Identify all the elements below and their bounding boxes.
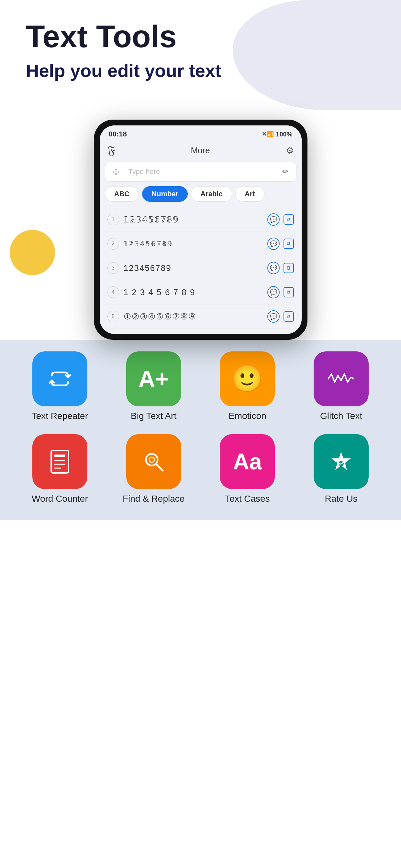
find-replace-icon	[126, 434, 181, 489]
rate-us-label: Rate Us	[325, 494, 357, 504]
copy-btn-4[interactable]: ⧉	[284, 287, 294, 298]
tab-arabic[interactable]: Arabic	[191, 186, 232, 202]
rate-us-icon	[314, 434, 369, 489]
font-item-1: 1 𝟙𝟚𝟛𝟜𝟝𝟞𝟟𝟠𝟡 💬 ⧉	[105, 208, 296, 232]
tools-section: Text Repeater A+ Big Text Art 🙂 Emoticon…	[0, 340, 401, 520]
hero-title: Text Tools	[26, 20, 375, 54]
font-item-5: 5 ①②③④⑤⑥⑦⑧⑨ 💬 ⧉	[105, 305, 296, 329]
tool-emoticon[interactable]: 🙂 Emoticon	[207, 351, 288, 421]
app-title: More	[191, 146, 210, 155]
font-actions-2: 💬 ⧉	[267, 238, 294, 250]
font-actions-1: 💬 ⧉	[267, 213, 294, 226]
tool-word-counter[interactable]: Word Counter	[20, 434, 100, 504]
item-number-1: 1	[108, 214, 119, 225]
hero-subtitle: Help you edit your text	[26, 60, 375, 81]
tool-big-text-art[interactable]: A+ Big Text Art	[113, 351, 194, 421]
whatsapp-share-4[interactable]: 💬	[267, 286, 280, 299]
text-input[interactable]: Type here	[126, 165, 275, 178]
tab-art[interactable]: Art	[235, 186, 264, 202]
signal-icon: ✕📶	[262, 131, 274, 138]
phone-screen: 00:18 ✕📶 100% 𝔉 More ⚙ ☺ Type here ✏ A	[100, 125, 302, 334]
input-area: ☺ Type here ✏	[105, 162, 296, 182]
item-number-5: 5	[108, 311, 119, 322]
phone-wrapper: 00:18 ✕📶 100% 𝔉 More ⚙ ☺ Type here ✏ A	[0, 110, 401, 340]
copy-btn-5[interactable]: ⧉	[284, 311, 294, 322]
tool-find-replace[interactable]: Find & Replace	[113, 434, 194, 504]
find-replace-label: Find & Replace	[123, 494, 184, 504]
hero-section: Text Tools Help you edit your text	[0, 0, 401, 110]
status-time: 00:18	[109, 130, 127, 138]
item-number-4: 4	[108, 286, 119, 298]
glitch-text-label: Glitch Text	[320, 411, 362, 421]
font-text-5: ①②③④⑤⑥⑦⑧⑨	[124, 312, 263, 322]
item-number-3: 3	[108, 262, 119, 274]
svg-point-7	[149, 457, 154, 462]
status-right: ✕📶 100%	[262, 131, 292, 138]
emoji-button[interactable]: ☺	[108, 164, 124, 179]
font-item-3: 3 123456789 💬 ⧉	[105, 256, 296, 280]
copy-btn-3[interactable]: ⧉	[284, 263, 294, 273]
svg-rect-1	[54, 455, 65, 457]
phone-device: 00:18 ✕📶 100% 𝔉 More ⚙ ☺ Type here ✏ A	[94, 120, 308, 340]
copy-btn-2[interactable]: ⧉	[284, 239, 294, 249]
font-item-2: 2 𝟙𝟚𝟛𝟜𝟝𝟞𝟟𝟠𝟡 💬 ⧉	[105, 232, 296, 256]
text-repeater-icon	[32, 351, 87, 406]
font-text-3: 123456789	[124, 263, 263, 273]
copy-btn-1[interactable]: ⧉	[284, 214, 294, 225]
tab-bar: ABC Number Arabic Art	[100, 182, 302, 205]
text-repeater-label: Text Repeater	[32, 411, 88, 421]
whatsapp-share-3[interactable]: 💬	[267, 262, 280, 274]
app-logo-icon: 𝔉	[108, 144, 115, 157]
word-counter-label: Word Counter	[32, 494, 88, 504]
svg-rect-0	[51, 450, 68, 473]
tool-glitch-text[interactable]: Glitch Text	[301, 351, 381, 421]
edit-button[interactable]: ✏	[277, 164, 293, 179]
whatsapp-share-2[interactable]: 💬	[267, 238, 280, 250]
battery-level: 100%	[276, 131, 292, 138]
tab-number[interactable]: Number	[142, 186, 188, 202]
text-cases-icon: Aa	[220, 434, 275, 489]
big-text-art-icon: A+	[126, 351, 181, 406]
font-list: 1 𝟙𝟚𝟛𝟜𝟝𝟞𝟟𝟠𝟡 💬 ⧉ 2 𝟙𝟚𝟛𝟜𝟝𝟞𝟟𝟠𝟡 💬 ⧉	[100, 205, 302, 334]
emoticon-label: Emoticon	[229, 411, 266, 421]
item-number-2: 2	[108, 238, 119, 250]
emoticon-icon: 🙂	[220, 351, 275, 406]
whatsapp-share-1[interactable]: 💬	[267, 213, 280, 226]
tools-grid: Text Repeater A+ Big Text Art 🙂 Emoticon…	[20, 351, 381, 504]
hero-blob	[233, 0, 401, 110]
settings-icon[interactable]: ⚙	[286, 145, 294, 156]
text-cases-label: Text Cases	[225, 494, 270, 504]
yellow-blob	[10, 230, 55, 275]
font-item-4: 4 1 2 3 4 5 6 7 8 9 💬 ⧉	[105, 280, 296, 305]
tab-abc[interactable]: ABC	[105, 186, 139, 202]
svg-line-6	[156, 464, 163, 471]
font-text-4: 1 2 3 4 5 6 7 8 9	[124, 287, 263, 298]
status-bar: 00:18 ✕📶 100%	[100, 125, 302, 140]
font-text-1: 𝟙𝟚𝟛𝟜𝟝𝟞𝟟𝟠𝟡	[124, 215, 263, 225]
tool-rate-us[interactable]: Rate Us	[301, 434, 381, 504]
app-bar: 𝔉 More ⚙	[100, 140, 302, 162]
big-text-art-label: Big Text Art	[131, 411, 176, 421]
font-actions-3: 💬 ⧉	[267, 262, 294, 274]
word-counter-icon	[32, 434, 87, 489]
glitch-text-icon	[314, 351, 369, 406]
font-actions-4: 💬 ⧉	[267, 286, 294, 299]
font-actions-5: 💬 ⧉	[267, 310, 294, 322]
whatsapp-share-5[interactable]: 💬	[267, 310, 280, 322]
font-text-2: 𝟙𝟚𝟛𝟜𝟝𝟞𝟟𝟠𝟡	[124, 240, 263, 248]
tool-text-repeater[interactable]: Text Repeater	[20, 351, 100, 421]
tool-text-cases[interactable]: Aa Text Cases	[207, 434, 288, 504]
